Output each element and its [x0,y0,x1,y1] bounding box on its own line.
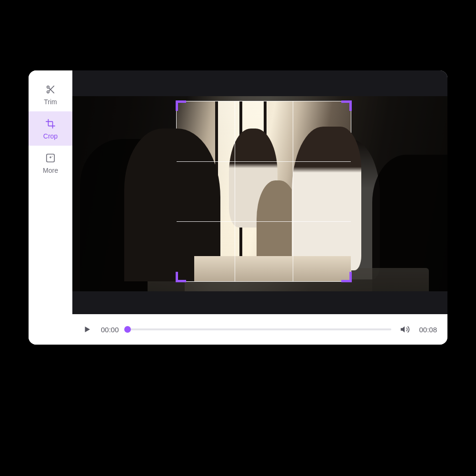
progress-bar[interactable] [128,328,392,330]
sparkle-icon [45,152,56,164]
duration-time: 00:08 [419,326,437,334]
crop-handle-top-left[interactable] [176,100,186,111]
sidebar-item-label: More [43,167,58,174]
scissors-icon [45,84,56,95]
crop-grid-line [177,161,351,162]
play-button[interactable] [83,325,92,334]
crop-handle-top-right[interactable] [341,100,352,111]
sidebar-item-label: Crop [43,132,58,140]
video-canvas[interactable] [72,70,447,314]
crop-handle-bottom-right[interactable] [341,272,352,282]
crop-grid-line [293,101,293,281]
sidebar-item-trim[interactable]: Trim [29,77,72,111]
crop-icon [45,118,56,129]
svg-point-5 [52,156,52,157]
svg-marker-6 [401,327,405,333]
video-editor-window: Trim Crop More [29,70,447,345]
crop-grid-line [235,101,235,281]
editor-main: 00:00 00:08 [72,70,447,345]
tool-sidebar: Trim Crop More [29,70,72,345]
sidebar-item-label: Trim [44,98,57,106]
current-time: 00:00 [101,326,119,334]
crop-preview [177,101,351,281]
player-controls: 00:00 00:08 [72,314,447,345]
progress-handle[interactable] [124,326,131,333]
crop-grid-line [177,221,351,222]
volume-button[interactable] [400,324,410,335]
crop-handle-bottom-left[interactable] [176,272,186,282]
crop-selection[interactable] [176,101,351,282]
sidebar-item-more[interactable]: More [29,146,72,180]
sidebar-item-crop[interactable]: Crop [29,111,72,146]
